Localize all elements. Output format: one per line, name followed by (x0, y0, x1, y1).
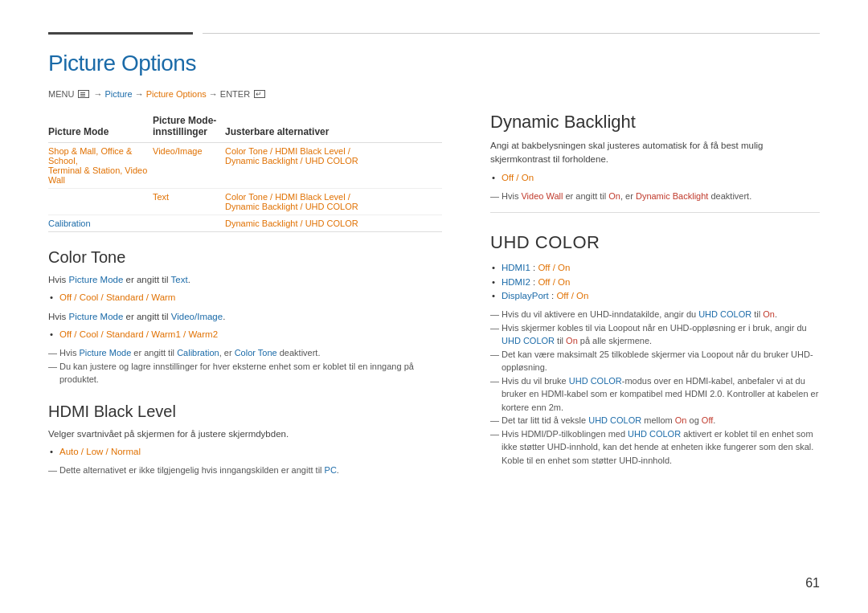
uhd-hdmi1-label: HDMI1 (502, 263, 530, 272)
left-column: Picture Mode Picture Mode-innstillinger … (48, 112, 442, 589)
ct-options1: Off / Cool / Standard / Warm (59, 292, 175, 302)
list-item: HDMI2 : Off / On (490, 276, 820, 289)
ct-blue1: Picture Mode (69, 275, 124, 284)
hdmi-options: Auto / Low / Normal (59, 447, 141, 456)
uhd-hdmi2-label: HDMI2 (502, 277, 530, 287)
settings-table: Picture Mode Picture Mode-innstillinger … (48, 112, 442, 232)
uhd-d5-on: On (675, 415, 687, 425)
path-picture-options: Picture Options (146, 89, 207, 99)
uhd-dp-opts: Off / On (556, 291, 588, 300)
uhd-color-title: UHD COLOR (490, 232, 820, 253)
color-tone-title: Color Tone (48, 248, 442, 267)
top-lines (48, 32, 820, 35)
uhd-hdmi2-opts: Off / On (538, 277, 570, 287)
dash-item: Hvis skjermer kobles til via Loopout når… (490, 321, 820, 348)
setting-cell-1: Video/Image (153, 143, 225, 189)
options-text-2: Color Tone / HDMI Black Level /Dynamic B… (225, 192, 358, 211)
dynamic-backlight-title: Dynamic Backlight (490, 112, 820, 133)
th-picture-mode: Picture Mode (48, 112, 153, 143)
menu-path: MENU → Picture → Picture Options → ENTER (48, 89, 820, 99)
setting-cell-2: Text (153, 189, 225, 215)
enter-icon (254, 90, 265, 98)
hdmi-pc: PC (325, 465, 337, 475)
menu-icon (78, 90, 89, 98)
list-item: Off / Cool / Standard / Warm (48, 291, 442, 304)
color-tone-dashes: Hvis Picture Mode er angitt til Calibrat… (48, 346, 442, 386)
arrow2: → (135, 89, 144, 99)
list-item: HDMI1 : Off / On (490, 261, 820, 275)
page-title: Picture Options (48, 51, 820, 76)
dash-item: Hvis du vil aktivere en UHD-inndatakilde… (490, 308, 820, 321)
ct-options2: Off / Cool / Standard / Warm1 / Warm2 (59, 329, 218, 339)
setting-cell-3 (153, 215, 225, 232)
ct-d-blue3: Color Tone (235, 348, 277, 358)
options-text-1: Color Tone / HDMI Black Level / Dynamic … (225, 146, 358, 166)
ct-blue3: Picture Mode (69, 312, 124, 321)
top-line-short (48, 32, 193, 35)
options-cell-3: Dynamic Backlight / UHD COLOR (225, 215, 442, 232)
dash-item: Hvis HDMI/DP-tilkoblingen med UHD COLOR … (490, 427, 820, 468)
dash-item: Du kan justere og lagre innstillinger fo… (48, 360, 442, 386)
uhd-d2-blue: UHD COLOR (502, 336, 555, 345)
th-alternatives: Justerbare alternativer (225, 112, 442, 143)
dash-item: Hvis Picture Mode er angitt til Calibrat… (48, 346, 442, 360)
mode-cell-3: Calibration (48, 215, 153, 232)
divider (490, 212, 820, 213)
uhd-d4-blue: UHD COLOR (569, 376, 622, 386)
arrow3: → (209, 89, 218, 99)
uhd-d1-red: On (763, 309, 775, 319)
db-red3: Dynamic Backlight (636, 191, 708, 201)
page-container: Picture Options MENU → Picture → Picture… (0, 0, 868, 613)
uhd-d6-blue: UHD COLOR (628, 429, 681, 439)
uhd-d5-blue: UHD COLOR (588, 415, 641, 425)
color-tone-list1: Off / Cool / Standard / Warm (48, 291, 442, 304)
ct-d-blue2: Calibration (177, 348, 219, 358)
uhd-hdmi1-opts: Off / On (538, 263, 570, 272)
list-item: Off / Cool / Standard / Warm1 / Warm2 (48, 328, 442, 341)
color-tone-list2: Off / Cool / Standard / Warm1 / Warm2 (48, 328, 442, 341)
uhd-dp-label: DisplayPort (502, 291, 549, 300)
dynamic-list: Off / On (490, 171, 820, 185)
mode-text-3: Calibration (48, 219, 91, 228)
db-red2: On (608, 191, 620, 201)
dynamic-dashes: Hvis Video Wall er angitt til On, er Dyn… (490, 190, 820, 203)
table-row: Calibration Dynamic Backlight / UHD COLO… (48, 215, 442, 232)
hdmi-dashes: Dette alternativet er ikke tilgjengelig … (48, 464, 442, 477)
hdmi-intro: Velger svartnivået på skjermen for å jus… (48, 427, 442, 441)
list-item: Auto / Low / Normal (48, 445, 442, 459)
table-row: Text Color Tone / HDMI Black Level /Dyna… (48, 189, 442, 215)
path-picture: Picture (104, 89, 132, 99)
ct-blue4: Video/Image (171, 312, 223, 321)
right-column: Dynamic Backlight Angi at bakbelysningen… (490, 112, 820, 589)
uhd-dashes: Hvis du vil aktivere en UHD-inndatakilde… (490, 308, 820, 467)
two-col-layout: Picture Mode Picture Mode-innstillinger … (48, 112, 820, 589)
hdmi-list: Auto / Low / Normal (48, 445, 442, 459)
dash-item: Dette alternativet er ikke tilgjengelig … (48, 464, 442, 477)
table-row: Shop & Mall, Office & School,Terminal & … (48, 143, 442, 189)
dash-item: Det kan være maksimalt 25 tilkoblede skj… (490, 348, 820, 374)
setting-text-2: Text (153, 192, 169, 202)
list-item: DisplayPort : Off / On (490, 289, 820, 303)
color-tone-text1: Hvis Picture Mode er angitt til Text. (48, 273, 442, 287)
dash-item: Hvis Video Wall er angitt til On, er Dyn… (490, 190, 820, 203)
options-cell-1: Color Tone / HDMI Black Level / Dynamic … (225, 143, 442, 189)
mode-text-1: Shop & Mall, Office & School,Terminal & … (48, 146, 147, 185)
page-number: 61 (805, 576, 820, 591)
mode-cell-2 (48, 189, 153, 215)
db-red1: Video Wall (521, 191, 563, 201)
menu-label: MENU (48, 89, 74, 99)
setting-text-1: Video/Image (153, 146, 203, 156)
ct-d-blue1: Picture Mode (79, 348, 131, 358)
ct-blue2: Text (171, 275, 188, 284)
mode-cell-1: Shop & Mall, Office & School,Terminal & … (48, 143, 153, 189)
uhd-d5-off: Off (702, 415, 713, 425)
uhd-list: HDMI1 : Off / On HDMI2 : Off / On Displa… (490, 261, 820, 303)
arrow1: → (93, 89, 102, 99)
dash-item: Det tar litt tid å veksle UHD COLOR mell… (490, 414, 820, 427)
color-tone-text2: Hvis Picture Mode er angitt til Video/Im… (48, 310, 442, 324)
enter-label: ENTER (220, 89, 250, 99)
options-text-3: Dynamic Backlight / UHD COLOR (225, 219, 358, 228)
top-line-long (203, 33, 820, 34)
uhd-d2-red: On (566, 336, 578, 345)
options-cell-2: Color Tone / HDMI Black Level /Dynamic B… (225, 189, 442, 215)
